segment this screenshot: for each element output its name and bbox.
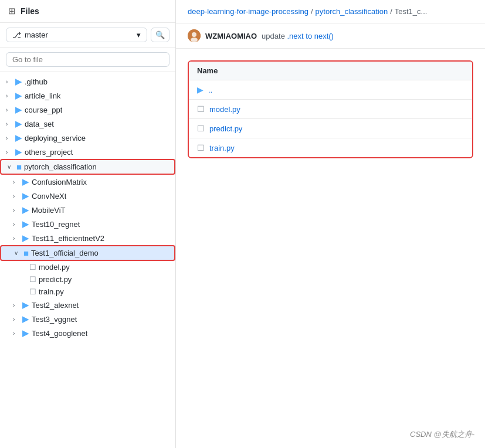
files-icon: ⊞	[8, 6, 16, 16]
file-icon: ☐	[197, 143, 205, 152]
breadcrumb-sep-2: /	[390, 7, 392, 16]
table-row[interactable]: ▶ ..	[189, 80, 472, 100]
chevron-right-icon: ›	[13, 235, 20, 242]
commit-bar: WZMIAOMIAO update .next to next()	[176, 23, 485, 49]
folder-icon: ▶	[15, 118, 22, 129]
file-table-container: Name ▶ .. ☐ model.py ☐ predict.py	[176, 49, 485, 170]
file-row-name-train-py[interactable]: train.py	[209, 144, 235, 152]
commit-author[interactable]: WZMIAOMIAO	[205, 32, 257, 40]
folder-icon: ▶	[22, 314, 29, 324]
sidebar: ⊞ Files ⎇ master ▾ 🔍 › ▶ .github	[0, 0, 176, 448]
chevron-right-icon: ›	[6, 149, 13, 155]
tree-item-test11-efficientnetv2[interactable]: › ▶ Test11_efficientnetV2	[0, 231, 175, 245]
tree-item-github[interactable]: › ▶ .github	[0, 74, 175, 89]
tree-item-convnext[interactable]: › ▶ ConvNeXt	[0, 189, 175, 203]
branch-icon: ⎇	[12, 30, 21, 39]
chevron-right-icon: ›	[13, 302, 20, 308]
chevron-right-icon: ›	[6, 121, 13, 127]
branch-select[interactable]: ⎇ master ▾	[6, 28, 147, 42]
folder-icon: ▶	[22, 191, 29, 201]
file-icon: ☐	[29, 275, 36, 284]
file-icon: ☐	[197, 124, 205, 133]
breadcrumb-sep-1: /	[311, 7, 313, 16]
tree-item-pytorch-classification[interactable]: ∨ ■ pytorch_classification	[0, 159, 175, 175]
chevron-down-icon: ∨	[14, 250, 21, 256]
folder-icon: ▶	[22, 328, 29, 338]
chevron-right-icon: ›	[13, 179, 20, 185]
folder-icon: ▶	[22, 205, 29, 215]
goto-file-input[interactable]	[6, 52, 169, 67]
chevron-down-icon: ▾	[137, 30, 141, 39]
chevron-right-icon: ›	[13, 193, 20, 199]
folder-icon: ■	[16, 162, 22, 172]
folder-icon: ▶	[22, 219, 29, 229]
chevron-right-icon: ›	[13, 316, 20, 323]
folder-icon: ▶	[197, 85, 204, 94]
file-table-header: Name	[189, 62, 472, 80]
tree-item-test1-official-demo[interactable]: ∨ ■ Test1_official_demo	[0, 245, 175, 261]
chevron-right-icon: ›	[6, 135, 13, 141]
sidebar-header: ⊞ Files	[0, 0, 175, 23]
table-row[interactable]: ☐ model.py	[189, 100, 472, 119]
search-icon: 🔍	[155, 30, 165, 39]
goto-file-bar	[0, 47, 175, 72]
tree-item-deploying-service[interactable]: › ▶ deploying_service	[0, 131, 175, 145]
chevron-right-icon: ›	[6, 107, 13, 113]
tree-item-train-py[interactable]: › ☐ train.py	[0, 286, 175, 298]
chevron-down-icon: ∨	[7, 164, 14, 170]
file-row-name-predict-py[interactable]: predict.py	[209, 124, 242, 133]
breadcrumb: deep-learning-for-image-processing / pyt…	[176, 0, 485, 23]
file-icon: ☐	[29, 287, 36, 296]
folder-icon: ■	[23, 248, 29, 258]
breadcrumb-link-folder[interactable]: pytorch_classification	[316, 7, 388, 16]
tree-item-predict-py[interactable]: › ☐ predict.py	[0, 273, 175, 286]
file-table: Name ▶ .. ☐ model.py ☐ predict.py	[188, 60, 473, 158]
chevron-right-icon: ›	[13, 330, 20, 337]
tree-item-confusionmatrix[interactable]: › ▶ ConfusionMatrix	[0, 175, 175, 189]
breadcrumb-current: Test1_c...	[395, 7, 428, 16]
file-icon: ☐	[29, 263, 36, 271]
breadcrumb-link-repo[interactable]: deep-learning-for-image-processing	[188, 7, 308, 16]
tree-item-model-py[interactable]: › ☐ model.py	[0, 261, 175, 273]
folder-icon: ▶	[15, 104, 22, 115]
folder-icon: ▶	[22, 300, 29, 310]
table-row[interactable]: ☐ train.py	[189, 138, 472, 157]
chevron-right-icon: ›	[13, 221, 20, 228]
commit-message-link[interactable]: .next to next()	[287, 32, 333, 40]
search-button[interactable]: 🔍	[151, 28, 169, 42]
file-tree: › ▶ .github › ▶ article_link › ▶ course_…	[0, 72, 175, 448]
avatar	[188, 29, 201, 42]
svg-point-1	[192, 32, 196, 37]
commit-message: update .next to next()	[262, 32, 334, 40]
file-row-name-dotdot[interactable]: ..	[208, 86, 212, 94]
branch-label: master	[25, 30, 48, 39]
file-row-name-model-py[interactable]: model.py	[209, 105, 240, 114]
tree-item-test2-alexnet[interactable]: › ▶ Test2_alexnet	[0, 298, 175, 312]
chevron-right-icon: ›	[6, 79, 13, 85]
tree-item-test3-vggnet[interactable]: › ▶ Test3_vggnet	[0, 312, 175, 326]
watermark: CSDN @失航之舟-	[410, 429, 474, 440]
name-column-header: Name	[197, 66, 218, 75]
tree-item-test10-regnet[interactable]: › ▶ Test10_regnet	[0, 217, 175, 231]
file-icon: ☐	[197, 104, 205, 114]
folder-icon: ▶	[15, 133, 22, 143]
branch-bar: ⎇ master ▾ 🔍	[0, 23, 175, 47]
tree-item-course-ppt[interactable]: › ▶ course_ppt	[0, 103, 175, 117]
folder-icon: ▶	[15, 90, 22, 101]
sidebar-title: Files	[21, 6, 39, 16]
tree-item-others-project[interactable]: › ▶ others_project	[0, 145, 175, 159]
chevron-right-icon: ›	[6, 93, 13, 99]
tree-item-mobilevit[interactable]: › ▶ MobileViT	[0, 203, 175, 217]
tree-item-article-link[interactable]: › ▶ article_link	[0, 89, 175, 103]
folder-icon: ▶	[22, 177, 29, 187]
folder-icon: ▶	[15, 147, 22, 157]
svg-point-2	[191, 38, 198, 42]
chevron-right-icon: ›	[13, 207, 20, 213]
tree-item-test4-googlenet[interactable]: › ▶ Test4_googlenet	[0, 326, 175, 340]
folder-icon: ▶	[15, 76, 22, 87]
table-row[interactable]: ☐ predict.py	[189, 119, 472, 138]
folder-icon: ▶	[22, 233, 29, 243]
tree-item-data-set[interactable]: › ▶ data_set	[0, 117, 175, 131]
main-content: deep-learning-for-image-processing / pyt…	[176, 0, 485, 448]
